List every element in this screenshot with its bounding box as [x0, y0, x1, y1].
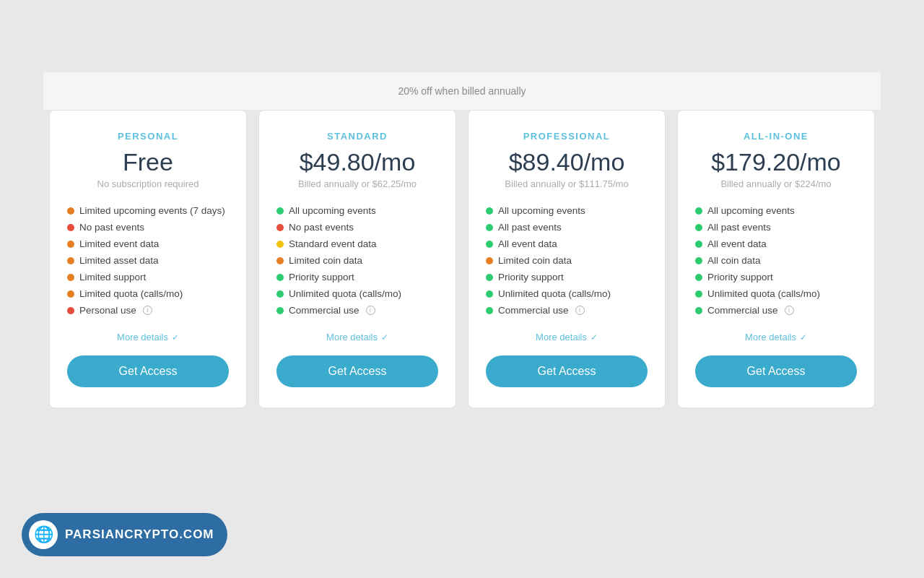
- dot-green-icon: [276, 274, 284, 281]
- dot-green-icon: [695, 257, 702, 264]
- plan-price-standard: $49.80/mo: [300, 149, 416, 176]
- chevron-down-icon: ✓: [172, 332, 179, 342]
- plans-container: PERSONALFreeNo subscription requiredLimi…: [0, 110, 924, 437]
- watermark-text: PARSIANCRYPTO.COM: [65, 527, 214, 542]
- list-item: Standard event data: [276, 236, 438, 252]
- dot-green-icon: [695, 290, 702, 298]
- dot-green-icon: [486, 274, 493, 281]
- list-item: All past events: [486, 219, 648, 236]
- list-item: All upcoming events: [486, 202, 648, 219]
- more-details-link-professional[interactable]: More details ✓: [536, 332, 598, 342]
- list-item: Limited quota (calls/mo): [67, 285, 229, 302]
- more-details-link-standard[interactable]: More details ✓: [326, 332, 388, 342]
- more-details-link-personal[interactable]: More details ✓: [117, 332, 179, 342]
- list-item: Priority support: [695, 269, 857, 285]
- plan-name-standard: STANDARD: [327, 131, 388, 142]
- dot-green-icon: [486, 241, 493, 248]
- plan-subtitle-all-in-one: Billed annually or $224/mo: [720, 178, 831, 189]
- more-details-link-all-in-one[interactable]: More details ✓: [745, 332, 807, 342]
- dot-green-icon: [276, 307, 284, 314]
- plan-subtitle-personal: No subscription required: [97, 178, 199, 189]
- plan-name-personal: PERSONAL: [118, 131, 178, 142]
- list-item: Unlimited quota (calls/mo): [486, 285, 648, 302]
- dot-green-icon: [695, 307, 702, 314]
- plan-name-professional: PROFESSIONAL: [523, 131, 611, 142]
- list-item: Commercial usei: [276, 302, 438, 319]
- list-item: All past events: [695, 219, 857, 236]
- dot-green-icon: [695, 241, 702, 248]
- dot-green-icon: [276, 290, 284, 298]
- plan-subtitle-professional: Billed annually or $111.75/mo: [505, 178, 628, 189]
- list-item: Limited support: [67, 269, 229, 285]
- dot-green-icon: [486, 207, 493, 215]
- dot-green-icon: [695, 274, 702, 281]
- list-item: All event data: [486, 236, 648, 252]
- features-list-personal: Limited upcoming events (7 days)No past …: [67, 202, 229, 319]
- list-item: Personal usei: [67, 302, 229, 319]
- list-item: Unlimited quota (calls/mo): [695, 285, 857, 302]
- list-item: All coin data: [695, 252, 857, 269]
- plan-card-all-in-one: ALL-IN-ONE$179.20/moBilled annually or $…: [677, 110, 875, 408]
- list-item: Priority support: [276, 269, 438, 285]
- banner-text: 20% off when billed annually: [398, 85, 526, 97]
- dot-green-icon: [695, 224, 702, 231]
- page-wrapper: 20% off when billed annually PERSONALFre…: [0, 0, 924, 578]
- dot-orange-icon: [67, 257, 74, 264]
- dot-red-icon: [67, 307, 74, 314]
- dot-orange-icon: [67, 274, 74, 281]
- get-access-button-standard[interactable]: Get Access: [276, 355, 438, 387]
- list-item: Limited upcoming events (7 days): [67, 202, 229, 219]
- watermark-globe-icon: 🌐: [29, 520, 58, 549]
- info-icon[interactable]: i: [143, 306, 152, 315]
- dot-green-icon: [486, 290, 493, 298]
- list-item: Commercial usei: [486, 302, 648, 319]
- dot-green-icon: [695, 207, 702, 215]
- plan-card-standard: STANDARD$49.80/moBilled annually or $62,…: [258, 110, 456, 408]
- plan-subtitle-standard: Billed annually or $62,25/mo: [298, 178, 417, 189]
- get-access-button-professional[interactable]: Get Access: [486, 355, 648, 387]
- list-item: Priority support: [486, 269, 648, 285]
- plan-card-professional: PROFESSIONAL$89.40/moBilled annually or …: [468, 110, 666, 408]
- top-bar: [0, 0, 924, 72]
- annual-banner: 20% off when billed annually: [43, 72, 881, 110]
- list-item: Unlimited quota (calls/mo): [276, 285, 438, 302]
- list-item: All upcoming events: [695, 202, 857, 219]
- chevron-down-icon: ✓: [381, 332, 388, 342]
- info-icon[interactable]: i: [366, 306, 375, 315]
- plan-card-personal: PERSONALFreeNo subscription requiredLimi…: [49, 110, 247, 408]
- get-access-button-all-in-one[interactable]: Get Access: [695, 355, 857, 387]
- list-item: No past events: [67, 219, 229, 236]
- dot-green-icon: [276, 207, 284, 215]
- chevron-down-icon: ✓: [590, 332, 598, 342]
- dot-orange-icon: [276, 257, 284, 264]
- dot-orange-icon: [486, 257, 493, 264]
- dot-green-icon: [486, 224, 493, 231]
- list-item: No past events: [276, 219, 438, 236]
- list-item: Limited event data: [67, 236, 229, 252]
- dot-green-icon: [486, 307, 493, 314]
- bottom-watermark: 🌐 PARSIANCRYPTO.COM: [22, 513, 227, 556]
- dot-red-icon: [67, 224, 74, 231]
- get-access-button-personal[interactable]: Get Access: [67, 355, 229, 387]
- plan-price-personal: Free: [123, 149, 173, 176]
- list-item: Commercial usei: [695, 302, 857, 319]
- features-list-standard: All upcoming eventsNo past eventsStandar…: [276, 202, 438, 319]
- info-icon[interactable]: i: [575, 306, 585, 315]
- plan-price-all-in-one: $179.20/mo: [711, 149, 841, 176]
- features-list-all-in-one: All upcoming eventsAll past eventsAll ev…: [695, 202, 857, 319]
- dot-orange-icon: [67, 241, 74, 248]
- dot-orange-icon: [67, 207, 74, 215]
- features-list-professional: All upcoming eventsAll past eventsAll ev…: [486, 202, 648, 319]
- chevron-down-icon: ✓: [800, 332, 807, 342]
- list-item: All upcoming events: [276, 202, 438, 219]
- list-item: Limited coin data: [276, 252, 438, 269]
- dot-yellow-icon: [276, 241, 284, 248]
- list-item: Limited coin data: [486, 252, 648, 269]
- plan-name-all-in-one: ALL-IN-ONE: [744, 131, 808, 142]
- dot-orange-icon: [67, 290, 74, 298]
- info-icon[interactable]: i: [785, 306, 794, 315]
- plan-price-professional: $89.40/mo: [509, 149, 625, 176]
- list-item: All event data: [695, 236, 857, 252]
- dot-red-icon: [276, 224, 284, 231]
- list-item: Limited asset data: [67, 252, 229, 269]
